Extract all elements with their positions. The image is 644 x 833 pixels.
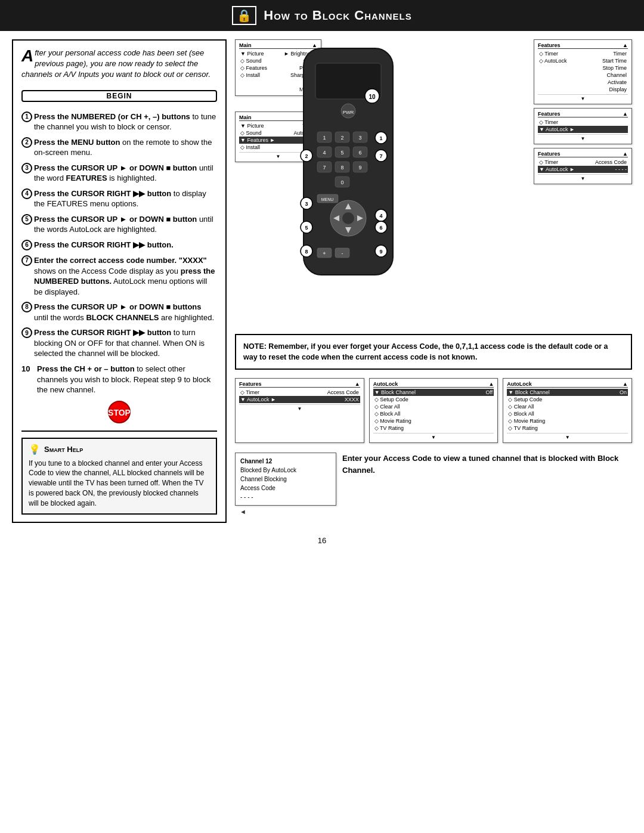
page-number: 16	[0, 531, 644, 547]
step-5-text: Press the CURSOR UP ► or DOWN ■ button u…	[34, 214, 217, 235]
step-2-number: 2	[21, 137, 32, 148]
step-6: 6 Press the CURSOR RIGHT ▶▶ button.	[21, 240, 217, 250]
begin-badge: BEGIN	[21, 90, 217, 102]
bottom-menus: Features▲ ◇ TimerAccess Code ▼ AutoLock …	[235, 378, 632, 443]
menu-item: ◇ TimerAccess Code	[538, 159, 628, 166]
page-title: How to Block Channels	[264, 8, 411, 23]
menu-item: ◇ Setup Code	[507, 396, 628, 403]
svg-text:1: 1	[323, 135, 326, 141]
menu-item-selected: ▼ Block ChannelOff	[373, 389, 494, 396]
step-10: 10 Press the CH + or – button to select …	[21, 364, 217, 395]
left-column: After your personal access code has been…	[12, 39, 227, 523]
drop-cap: A	[21, 48, 33, 64]
svg-text:+: +	[323, 250, 326, 256]
step-3-text: Press the CURSOR UP ► or DOWN ■ button u…	[34, 163, 217, 184]
features-access-menu: Features▲ ◇ TimerAccess Code ▼ AutoLock …	[235, 378, 364, 443]
step-3: 3 Press the CURSOR UP ► or DOWN ■ button…	[21, 163, 217, 184]
step-7-number: 7	[21, 255, 32, 266]
svg-text:8: 8	[305, 249, 308, 255]
menu-item: ◇ AutoLockStart Time	[538, 57, 628, 64]
channel-line4: Access Code	[240, 484, 331, 493]
menu-item: ◇ Clear All	[507, 403, 628, 410]
smart-help-body: If you tune to a blocked channel and ent…	[29, 459, 210, 509]
svg-text:8: 8	[340, 165, 343, 171]
step-4-text: Press the CURSOR RIGHT ▶▶ button to disp…	[34, 188, 217, 209]
autolock-on-title: AutoLock▲	[507, 381, 628, 388]
channel-info-box: Channel 12 Blocked By AutoLock Channel B…	[235, 453, 336, 506]
features-menu-3: Features▲ ◇ TimerAccess Code ▼ AutoLock …	[534, 148, 632, 184]
channel-line3: Channel Blocking	[240, 475, 331, 484]
remote-area: Main▲ ▼ Picture► Brightness ◇ SoundColor…	[235, 39, 632, 326]
step-1-text: Press the NUMBERED (or CH +, –) buttons …	[34, 112, 217, 132]
channel-info-area: Channel 12 Blocked By AutoLock Channel B…	[235, 453, 336, 515]
svg-text:7: 7	[323, 165, 326, 171]
svg-text:3: 3	[305, 201, 308, 207]
bottom-row: Channel 12 Blocked By AutoLock Channel B…	[235, 453, 632, 515]
menu-item: ◇ Setup Code	[373, 396, 494, 403]
svg-text:-: -	[342, 250, 343, 256]
svg-text:2: 2	[340, 135, 343, 141]
menu-item: Activate	[538, 79, 628, 86]
svg-text:7: 7	[379, 153, 382, 159]
menu-item-autolock-selected: ▼ AutoLock ►- - - -	[538, 166, 628, 173]
step-8-text: Press the CURSOR UP ► or DOWN ■ buttons …	[34, 302, 217, 323]
menu-item: ◇ Timer	[538, 119, 628, 126]
smart-help-title: 💡 Smart Help	[29, 444, 210, 455]
menu-item: ◇ Movie Rating	[507, 417, 628, 425]
remote-svg: PWR 1 2 3 4 5	[271, 45, 426, 308]
step-8: 8 Press the CURSOR UP ► or DOWN ■ button…	[21, 302, 217, 323]
stop-icon-area: STOP	[21, 400, 217, 426]
step-5-number: 5	[21, 214, 32, 225]
smart-help-box: 💡 Smart Help If you tune to a blocked ch…	[21, 438, 217, 515]
svg-text:1: 1	[379, 135, 382, 141]
step-2: 2 Press the MENU button on the remote to…	[21, 137, 217, 158]
channel-line2: Blocked By AutoLock	[240, 466, 331, 475]
svg-text:9: 9	[379, 249, 382, 255]
menu-item: ◇ TV Rating	[507, 425, 628, 432]
svg-text:3: 3	[358, 135, 361, 141]
menu-item: ◇ Clear All	[373, 403, 494, 410]
step-2-text: Press the MENU button on the remote to s…	[34, 137, 217, 158]
svg-text:5: 5	[305, 225, 308, 231]
step-6-text: Press the CURSOR RIGHT ▶▶ button.	[34, 240, 174, 250]
features-title-2: Features▲	[538, 111, 628, 117]
step-7-text: Enter the correct access code number. "X…	[34, 255, 217, 297]
autolock-off-title: AutoLock▲	[373, 381, 494, 388]
svg-text:STOP: STOP	[108, 408, 131, 417]
note-box: NOTE: Remember, if you ever forget your …	[235, 334, 632, 370]
svg-text:10: 10	[369, 94, 376, 100]
step-1: 1 Press the NUMBERED (or CH +, –) button…	[21, 112, 217, 132]
svg-text:9: 9	[358, 165, 361, 171]
step-4: 4 Press the CURSOR RIGHT ▶▶ button to di…	[21, 188, 217, 209]
menu-item: ◇ Block All	[507, 410, 628, 417]
features-title-1: Features▲	[538, 42, 628, 49]
step-7: 7 Enter the correct access code number. …	[21, 255, 217, 297]
menu-item-selected: ▼ AutoLock ►XXXX	[239, 396, 360, 403]
features-title-3: Features▲	[538, 151, 628, 157]
features-menu-1: Features▲ ◇ TimerTimer ◇ AutoLockStart T…	[534, 39, 632, 104]
note-label: NOTE: Remember, if you ever forget your …	[243, 342, 608, 361]
intro-text: After your personal access code has been…	[21, 48, 217, 80]
menu-item: ◇ TV Rating	[373, 425, 494, 432]
main-content: After your personal access code has been…	[0, 31, 644, 531]
step-6-number: 6	[21, 240, 32, 250]
svg-text:MENU: MENU	[321, 197, 334, 202]
menu-item-selected: ▼ Block ChannelOn	[507, 389, 628, 396]
lock-icon: 🔒	[232, 6, 256, 25]
menu-item: Stop Time	[538, 64, 628, 72]
menu-item: Channel	[538, 72, 628, 79]
svg-text:6: 6	[358, 150, 361, 156]
remote-svg-container: PWR 1 2 3 4 5	[271, 45, 420, 308]
menu-item: ◇ TimerTimer	[538, 50, 628, 57]
page-header: 🔒 How to Block Channels	[0, 0, 644, 31]
autolock-on-menu: AutoLock▲ ▼ Block ChannelOn ◇ Setup Code…	[503, 378, 632, 443]
svg-text:4: 4	[379, 213, 382, 219]
arrow-label: ◄	[240, 508, 246, 515]
step-9-text: Press the CURSOR RIGHT ▶▶ button to turn…	[34, 327, 217, 359]
channel-line1: Channel 12	[240, 457, 331, 466]
svg-text:6: 6	[379, 225, 382, 231]
stop-icon: STOP	[107, 400, 131, 424]
divider	[21, 431, 217, 432]
menu-item: Display	[538, 86, 628, 93]
right-column: Main▲ ▼ Picture► Brightness ◇ SoundColor…	[227, 39, 632, 523]
